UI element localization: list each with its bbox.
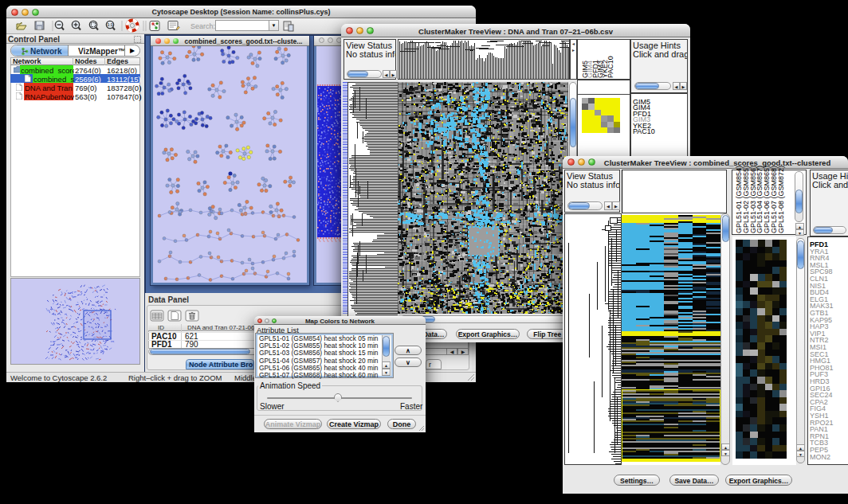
svg-text:1:1: 1:1 [107,22,112,27]
